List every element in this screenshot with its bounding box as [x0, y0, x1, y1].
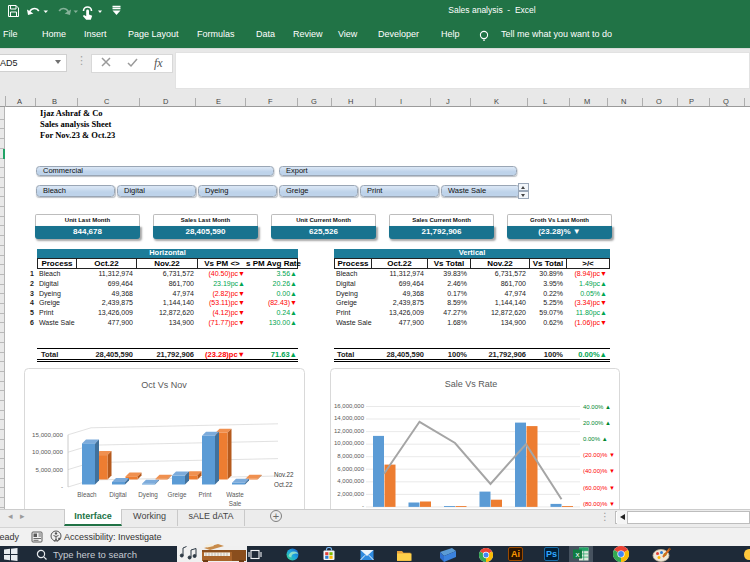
svg-text:(80.00)% ▼: (80.00)% ▼ [583, 501, 615, 507]
svg-text:Digital: Digital [109, 491, 127, 499]
svg-text:Sale: Sale [229, 500, 242, 507]
svg-text:6,000,000: 6,000,000 [337, 466, 364, 472]
svg-text:14,000,000: 14,000,000 [334, 415, 365, 421]
svg-text:-: - [61, 483, 63, 490]
svg-text:Oct.22: Oct.22 [274, 481, 293, 488]
svg-text:Sale Vs Rate: Sale Vs Rate [445, 379, 498, 389]
svg-text:(40.00)% ▼: (40.00)% ▼ [583, 468, 615, 474]
svg-text:(60.00)% ▼: (60.00)% ▼ [583, 485, 615, 491]
svg-text:Nov.22: Nov.22 [274, 471, 294, 478]
svg-text:Greige: Greige [168, 491, 187, 499]
svg-text:0.00% ▲: 0.00% ▲ [583, 436, 608, 442]
svg-text:8,000,000: 8,000,000 [337, 453, 364, 459]
svg-text:4,000,000: 4,000,000 [337, 478, 364, 484]
svg-text:2,000,000: 2,000,000 [337, 491, 364, 497]
svg-text:12,000,000: 12,000,000 [334, 428, 365, 434]
svg-text:x: x [576, 550, 580, 559]
svg-text:Dyeing: Dyeing [138, 491, 158, 499]
svg-text:10,000,000: 10,000,000 [334, 440, 365, 446]
svg-text:40.00% ▲: 40.00% ▲ [583, 404, 611, 410]
svg-text:Oct Vs Nov: Oct Vs Nov [141, 380, 187, 390]
svg-text:fx: fx [154, 56, 163, 70]
svg-text:Print: Print [199, 491, 212, 498]
svg-text:16,000,000: 16,000,000 [334, 403, 365, 409]
svg-text:10,000,000: 10,000,000 [32, 448, 64, 455]
svg-text:20.00% ▲: 20.00% ▲ [583, 420, 611, 426]
svg-text:15,000,000: 15,000,000 [32, 431, 64, 438]
svg-text:(20.00)% ▼: (20.00)% ▼ [583, 452, 615, 458]
svg-text:Bleach: Bleach [77, 491, 97, 498]
svg-text:5,000,000: 5,000,000 [35, 466, 63, 473]
svg-text:Waste: Waste [226, 491, 244, 498]
